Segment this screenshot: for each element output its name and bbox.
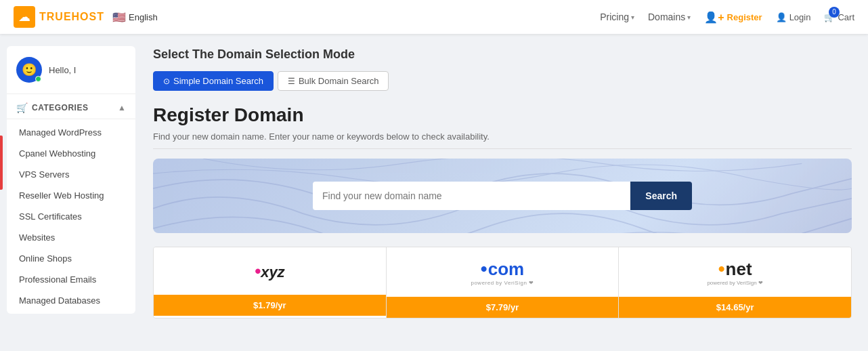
domain-card-net-top: • net powered by VeriSign ❤ xyxy=(619,247,851,297)
avatar: 🙂 xyxy=(16,57,42,83)
sidebar-item-ssl[interactable]: SSL Certificates xyxy=(7,206,135,227)
header-left: ☁ TRUEHOST 🇺🇸 English xyxy=(14,6,158,28)
simple-search-icon: ⊙ xyxy=(163,77,170,86)
logo-text: TRUEHOST xyxy=(39,11,104,23)
flag-icon: 🇺🇸 xyxy=(112,11,126,24)
header: ☁ TRUEHOST 🇺🇸 English Pricing ▾ Domains … xyxy=(0,0,868,34)
sidebar-item-online-shops[interactable]: Online Shops xyxy=(7,248,135,269)
categories-header: 🛒 CATEGORIES ▲ xyxy=(7,94,135,119)
sidebar-card: 🙂 Hello, I 🛒 CATEGORIES ▲ Managed WordPr… xyxy=(7,46,135,314)
sidebar-item-managed-wordpress[interactable]: Managed WordPress xyxy=(7,122,135,143)
login-icon: 👤 xyxy=(776,12,787,22)
sidebar-item-reseller[interactable]: Reseller Web Hosting xyxy=(7,185,135,206)
tab-bulk-label: Bulk Domain Search xyxy=(299,76,379,86)
net-logo: • net powered by VeriSign ❤ xyxy=(707,258,763,286)
main-layout: 🙂 Hello, I 🛒 CATEGORIES ▲ Managed WordPr… xyxy=(0,34,868,351)
xyz-logo: •xyz xyxy=(255,261,285,282)
domain-search-box: Search xyxy=(153,159,852,233)
sidebar-user: 🙂 Hello, I xyxy=(7,46,135,94)
net-price: $14.65/yr xyxy=(619,297,851,318)
register-label: Register xyxy=(727,12,762,22)
language-label: English xyxy=(129,12,158,22)
mode-tabs: ⊙ Simple Domain Search ☰ Bulk Domain Sea… xyxy=(153,71,852,91)
login-button[interactable]: 👤 Login xyxy=(776,12,811,22)
red-accent-bar xyxy=(0,136,3,190)
nav-pricing[interactable]: Pricing ▾ xyxy=(600,12,634,22)
sidebar-item-websites[interactable]: Websites xyxy=(7,227,135,248)
domain-card-xyz-top: •xyz xyxy=(154,247,386,295)
user-greeting: Hello, I xyxy=(49,65,76,75)
domain-card-com-top: • com powered by VeriSign ❤ xyxy=(387,247,619,297)
tab-simple-domain-search[interactable]: ⊙ Simple Domain Search xyxy=(153,71,274,91)
register-icon: 👤+ xyxy=(704,11,724,24)
domains-label: Domains xyxy=(648,12,685,22)
pricing-arrow-icon: ▾ xyxy=(631,14,634,21)
search-box-inner: Search xyxy=(313,182,692,210)
register-button[interactable]: 👤+ Register xyxy=(704,11,762,24)
domains-arrow-icon: ▾ xyxy=(687,14,691,21)
com-price: $7.79/yr xyxy=(387,297,619,318)
logo-area[interactable]: ☁ TRUEHOST xyxy=(14,6,104,28)
xyz-price: $1.79/yr xyxy=(154,295,386,316)
sidebar-item-professional-emails[interactable]: Professional Emails xyxy=(7,269,135,290)
categories-collapse-icon[interactable]: ▲ xyxy=(118,103,126,112)
language-selector[interactable]: 🇺🇸 English xyxy=(112,11,158,24)
bulk-search-icon: ☰ xyxy=(288,77,295,86)
categories-title-row: 🛒 CATEGORIES xyxy=(16,102,88,113)
login-label: Login xyxy=(789,12,811,22)
cart-button[interactable]: 🛒 0 Cart xyxy=(824,12,854,22)
domain-search-input[interactable] xyxy=(313,182,630,210)
categories-cart-icon: 🛒 xyxy=(16,102,28,113)
domain-card-com[interactable]: • com powered by VeriSign ❤ $7.79/yr xyxy=(387,247,620,318)
sidebar-item-cpanel[interactable]: Cpanel Webhosting xyxy=(7,143,135,164)
register-domain-subtitle: Find your new domain name. Enter your na… xyxy=(153,131,852,149)
logo-icon: ☁ xyxy=(14,6,35,28)
sidebar-item-managed-databases[interactable]: Managed Databases xyxy=(7,290,135,311)
header-right: Pricing ▾ Domains ▾ 👤+ Register 👤 Login … xyxy=(600,11,854,24)
register-domain-title: Register Domain xyxy=(153,104,852,126)
main-content: Select The Domain Selection Mode ⊙ Simpl… xyxy=(142,34,868,351)
section-title: Select The Domain Selection Mode xyxy=(153,47,852,62)
online-status-dot xyxy=(35,76,41,82)
cart-badge: 0 xyxy=(829,7,840,18)
domain-card-xyz[interactable]: •xyz $1.79/yr xyxy=(154,247,387,318)
cart-label: Cart xyxy=(838,12,854,22)
com-logo: • com powered by VeriSign ❤ xyxy=(471,258,534,286)
search-button[interactable]: Search xyxy=(630,182,692,210)
tab-simple-label: Simple Domain Search xyxy=(173,76,263,86)
categories-label: CATEGORIES xyxy=(32,103,88,112)
sidebar-menu: Managed WordPress Cpanel Webhosting VPS … xyxy=(7,119,135,314)
pricing-label: Pricing xyxy=(600,12,629,22)
sidebar-item-vps[interactable]: VPS Servers xyxy=(7,164,135,185)
nav-domains[interactable]: Domains ▾ xyxy=(648,12,691,22)
sidebar: 🙂 Hello, I 🛒 CATEGORIES ▲ Managed WordPr… xyxy=(0,34,142,351)
domain-card-net[interactable]: • net powered by VeriSign ❤ $14.65/yr xyxy=(619,247,851,318)
domain-cards: •xyz $1.79/yr • com powered by VeriSign … xyxy=(153,247,852,318)
tab-bulk-domain-search[interactable]: ☰ Bulk Domain Search xyxy=(278,71,389,91)
